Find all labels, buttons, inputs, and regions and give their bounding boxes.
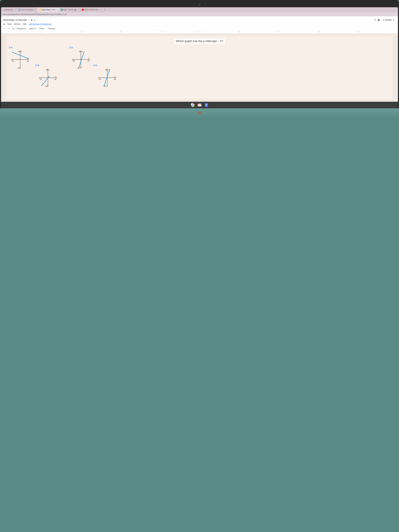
chevron-down-icon[interactable]: ▾ bbox=[392, 19, 394, 21]
browser-tab-strip: ) ultimate can × 3. Non-Proportion × Ryl… bbox=[1, 7, 398, 12]
option-c[interactable]: C. y 10 x bbox=[70, 46, 92, 70]
last-edit-link[interactable]: Last edit was 2 minutes ago bbox=[29, 23, 52, 25]
graphs-grid: A. y 10 x bbox=[9, 46, 390, 96]
option-label: B. bbox=[35, 64, 39, 66]
tab-label: 3. Non-Proportion bbox=[21, 9, 33, 11]
option-letter: C. bbox=[72, 46, 74, 49]
svg-rect-24 bbox=[206, 105, 207, 105]
axis-tick: 10 bbox=[79, 51, 81, 52]
slides-icon bbox=[39, 9, 41, 11]
axis-tick: −10 bbox=[103, 85, 106, 87]
youtube-icon bbox=[82, 9, 84, 11]
ruler-mark: 3 bbox=[120, 31, 121, 33]
theme-button[interactable]: Theme bbox=[38, 27, 46, 30]
svg-rect-21 bbox=[198, 104, 201, 106]
laptop-frame: ) ultimate can × 3. Non-Proportion × Ryl… bbox=[0, 0, 399, 108]
close-icon[interactable]: × bbox=[77, 9, 78, 11]
transition-button[interactable]: Transition bbox=[46, 27, 57, 30]
ruler-mark: 9 bbox=[358, 31, 359, 33]
menu-item[interactable]: Tools bbox=[7, 23, 12, 25]
option-letter: B. bbox=[38, 64, 39, 66]
camera-dot-left bbox=[193, 4, 195, 5]
axis-tick: −10 bbox=[11, 60, 14, 62]
hp-logo: ℎ𝑝 bbox=[198, 111, 201, 115]
axis-tick: 10 bbox=[88, 60, 89, 62]
axis-label: y bbox=[108, 69, 109, 71]
browser-tab-0[interactable]: ) ultimate can × bbox=[2, 8, 17, 12]
docs-icon[interactable] bbox=[204, 103, 209, 107]
add-frame-button[interactable]: ⊞ bbox=[12, 27, 15, 30]
camera-bar bbox=[1, 2, 398, 7]
background-button[interactable]: Background bbox=[15, 27, 27, 30]
comments-icon[interactable]: ▤ bbox=[378, 19, 380, 21]
option-b[interactable]: B. y 10 x bbox=[37, 67, 59, 88]
slide-canvas[interactable]: Which graph has the y-intercept − 2? A. bbox=[1, 33, 398, 102]
browser-tab-1[interactable]: 3. Non-Proportion × bbox=[17, 8, 38, 12]
url-text: ikdPhzoEpX8gaa9NGcV46JV0IXKRmKRrIfPS5pQ/… bbox=[3, 13, 67, 15]
graph-b: y 10 x 10 −10 −10 bbox=[37, 68, 59, 88]
axis-tick: 10 bbox=[18, 51, 20, 52]
ruler-mark: 2 bbox=[81, 31, 81, 33]
axis-tick: −10 bbox=[98, 78, 101, 80]
axis-tick: 10 bbox=[46, 69, 48, 71]
chrome-icon[interactable] bbox=[190, 103, 195, 107]
axis-tick: 10 bbox=[114, 78, 116, 80]
graph-c: y 10 x 10 −10 −10 bbox=[70, 50, 92, 70]
doc-title[interactable]: lationships: y-intercept bbox=[3, 19, 27, 21]
svg-rect-1 bbox=[19, 9, 20, 10]
close-icon[interactable]: × bbox=[14, 9, 15, 11]
browser-tab-3[interactable]: Meet - bik-xhq ⬤ × bbox=[59, 8, 80, 12]
option-letter: D. bbox=[95, 64, 97, 66]
gmail-icon[interactable] bbox=[197, 103, 202, 107]
close-icon[interactable]: × bbox=[57, 9, 58, 11]
tab-label: Meet - bik-xhq bbox=[63, 9, 74, 11]
axis-tick: −10 bbox=[77, 67, 80, 69]
ruler-mark: 1 bbox=[41, 31, 42, 33]
option-label: A. bbox=[9, 46, 32, 49]
option-label: C. bbox=[70, 46, 92, 49]
laptop-base: ℎ𝑝 bbox=[0, 108, 399, 119]
browser-tab-4[interactable]: (287) TRYING KEN × bbox=[80, 8, 102, 12]
star-icon[interactable]: ☆ bbox=[28, 19, 30, 21]
activity-icon[interactable]: ↗ bbox=[374, 19, 376, 21]
svg-line-11 bbox=[41, 76, 50, 86]
present-label: Present bbox=[385, 19, 392, 21]
cloud-icon[interactable]: ☁ bbox=[34, 19, 36, 21]
radio-icon[interactable] bbox=[35, 64, 37, 66]
layout-button[interactable]: Layout ▾ bbox=[28, 27, 37, 30]
menu-item[interactable]: Add-ons bbox=[14, 23, 21, 25]
undo-button[interactable]: ↶ bbox=[3, 27, 7, 30]
radio-icon[interactable] bbox=[93, 64, 95, 66]
menu-item[interactable]: ge bbox=[3, 23, 5, 25]
url-bar[interactable]: ikdPhzoEpX8gaa9NGcV46JV0IXKRmKRrIfPS5pQ/… bbox=[1, 12, 398, 16]
browser-tab-2[interactable]: Rylie Cleary - PD 6 × bbox=[38, 8, 59, 12]
new-tab-button[interactable]: + bbox=[102, 8, 107, 11]
svg-rect-3 bbox=[40, 9, 41, 10]
close-icon[interactable]: × bbox=[35, 9, 36, 11]
slide[interactable]: Which graph has the y-intercept − 2? A. bbox=[6, 36, 393, 99]
close-icon[interactable]: × bbox=[100, 9, 101, 11]
ruler-mark: 6 bbox=[239, 31, 240, 33]
ruler-mark: 7 bbox=[279, 31, 280, 33]
menu-item[interactable]: Help bbox=[23, 23, 26, 25]
ruler-mark: 8 bbox=[318, 31, 319, 33]
webcam bbox=[198, 4, 201, 6]
radio-icon[interactable] bbox=[9, 47, 11, 48]
move-icon[interactable]: ▣ bbox=[31, 19, 33, 21]
axis-tick: 10 bbox=[105, 69, 107, 71]
slides-icon bbox=[18, 9, 20, 11]
option-letter: A. bbox=[11, 46, 13, 49]
tab-label: ) ultimate can bbox=[3, 9, 13, 11]
axis-label: x bbox=[115, 76, 116, 77]
option-d[interactable]: D. y 10 x bbox=[96, 67, 119, 88]
present-button[interactable]: ▸ Present ▾ bbox=[382, 18, 396, 22]
axis-tick: −10 bbox=[72, 60, 75, 62]
ruler: 1 2 3 4 5 6 7 8 9 bbox=[1, 31, 398, 33]
radio-icon[interactable] bbox=[70, 47, 71, 48]
axis-label: x bbox=[55, 76, 56, 77]
tab-indicator-icon: ⬤ bbox=[74, 9, 76, 11]
axis-tick: −10 bbox=[17, 67, 20, 69]
option-a[interactable]: A. y 10 x bbox=[9, 46, 32, 70]
dropdown-button[interactable]: ▾ bbox=[7, 27, 11, 30]
axis-tick: 10 bbox=[27, 60, 29, 62]
